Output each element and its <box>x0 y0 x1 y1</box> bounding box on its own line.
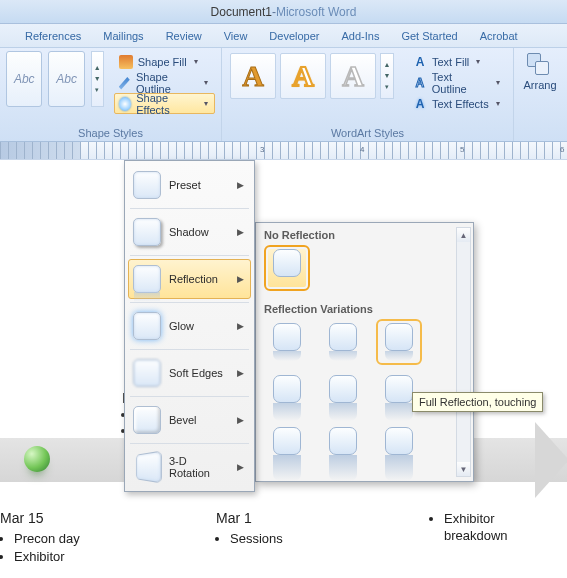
chevron-down-icon: ▾ <box>496 99 500 108</box>
tab-getstarted[interactable]: Get Started <box>390 26 468 46</box>
fx-bevel[interactable]: Bevel ▶ <box>128 400 251 440</box>
chevron-right-icon: ▶ <box>237 368 244 378</box>
reflection-var-1-3[interactable] <box>380 323 418 361</box>
wordart-style-1[interactable]: A <box>230 53 276 99</box>
arrow-head-icon <box>535 422 567 498</box>
shape-fill-button[interactable]: Shape Fill▾ <box>114 51 215 72</box>
reflection-var-1-2[interactable] <box>324 323 362 361</box>
wordart-style-3[interactable]: A <box>330 53 376 99</box>
horizontal-ruler[interactable]: 3 4 5 6 <box>0 142 567 160</box>
reflection-var-2-1[interactable] <box>268 375 306 413</box>
title-bar: Document1 - Microsoft Word <box>0 0 567 24</box>
tab-developer[interactable]: Developer <box>258 26 330 46</box>
document-area[interactable]: Preset ▶ Shadow ▶ Reflection ▶ Glow ▶ So… <box>0 160 567 578</box>
tab-mailings[interactable]: Mailings <box>92 26 154 46</box>
chevron-right-icon: ▶ <box>237 180 244 190</box>
wordart-style-2[interactable]: A <box>280 53 326 99</box>
reflection-var-1-1[interactable] <box>268 323 306 361</box>
chevron-down-icon: ▾ <box>496 78 500 87</box>
reflection-icon <box>133 265 161 293</box>
shape-style-sample-2[interactable]: Abc <box>48 51 84 107</box>
menu-separator <box>130 443 249 444</box>
timeline-col-1: Mar 15 Precon day Exhibitor <box>0 510 80 565</box>
group-label-shape-styles: Shape Styles <box>6 126 215 141</box>
group-wordart-styles: A A A ▲▼▾ A Text Fill▾ A Text Outline▾ A… <box>222 48 514 141</box>
preset-icon <box>133 171 161 199</box>
menu-separator <box>130 255 249 256</box>
timeline-marker-1 <box>24 446 50 472</box>
group-shape-styles: Abc Abc ▲▼▾ Shape Fill▾ Shape Outline▾ S… <box>0 48 222 141</box>
document-name: Document1 <box>211 5 272 19</box>
tab-addins[interactable]: Add-Ins <box>331 26 391 46</box>
effects-icon <box>119 97 131 111</box>
fx-preset[interactable]: Preset ▶ <box>128 165 251 205</box>
shadow-icon <box>133 218 161 246</box>
chevron-right-icon: ▶ <box>237 274 244 284</box>
tab-references[interactable]: References <box>14 26 92 46</box>
menu-separator <box>130 349 249 350</box>
menu-separator <box>130 302 249 303</box>
wordart-gallery-more[interactable]: ▲▼▾ <box>380 53 394 99</box>
timeline-col-2: Mar 1 Sessions <box>216 510 283 548</box>
chevron-down-icon: ▾ <box>194 57 198 66</box>
reflection-var-3-1[interactable] <box>268 427 306 465</box>
fx-soft-edges[interactable]: Soft Edges ▶ <box>128 353 251 393</box>
menu-separator <box>130 396 249 397</box>
group-label-wordart: WordArt Styles <box>228 126 507 141</box>
scroll-up-icon[interactable]: ▲ <box>457 228 470 242</box>
reflection-gallery: No Reflection Reflection Variations ▲ ▼ <box>255 222 474 482</box>
chevron-right-icon: ▶ <box>237 321 244 331</box>
scroll-down-icon[interactable]: ▼ <box>457 462 470 476</box>
chevron-right-icon: ▶ <box>237 227 244 237</box>
bevel-icon <box>133 406 161 434</box>
shape-style-sample-1[interactable]: Abc <box>6 51 42 107</box>
group-arrange: Arrang <box>514 48 564 141</box>
reflection-var-2-2[interactable] <box>324 375 362 413</box>
gallery-scrollbar[interactable]: ▲ ▼ <box>456 227 471 477</box>
ribbon-tabs: References Mailings Review View Develope… <box>0 24 567 48</box>
tab-review[interactable]: Review <box>155 26 213 46</box>
chevron-down-icon: ▾ <box>476 57 480 66</box>
reflection-variations-header: Reflection Variations <box>256 297 473 319</box>
fx-3d-rotation[interactable]: 3-D Rotation ▶ <box>128 447 251 487</box>
shape-effects-menu: Preset ▶ Shadow ▶ Reflection ▶ Glow ▶ So… <box>124 160 255 492</box>
soft-edges-icon <box>133 359 161 387</box>
app-name: Microsoft Word <box>276 5 356 19</box>
text-fill-icon: A <box>413 55 427 69</box>
no-reflection-header: No Reflection <box>256 223 473 245</box>
tab-view[interactable]: View <box>213 26 259 46</box>
pencil-icon <box>119 76 131 90</box>
fx-reflection[interactable]: Reflection ▶ <box>128 259 251 299</box>
ribbon: Abc Abc ▲▼▾ Shape Fill▾ Shape Outline▾ S… <box>0 48 567 142</box>
tab-acrobat[interactable]: Acrobat <box>469 26 529 46</box>
chevron-right-icon: ▶ <box>237 415 244 425</box>
paint-bucket-icon <box>119 55 133 69</box>
rotation-3d-icon <box>136 451 162 484</box>
shape-effects-button[interactable]: Shape Effects▾ <box>114 93 215 114</box>
menu-separator <box>130 208 249 209</box>
text-effects-icon: A <box>413 97 427 111</box>
text-effects-button[interactable]: A Text Effects▾ <box>408 93 507 114</box>
reflection-var-3-2[interactable] <box>324 427 362 465</box>
chevron-down-icon: ▾ <box>204 78 208 87</box>
glow-icon <box>133 312 161 340</box>
reflection-none[interactable] <box>268 249 306 287</box>
timeline-col-3: Exhibitor breakdown <box>430 510 508 543</box>
chevron-down-icon: ▾ <box>204 99 208 108</box>
fx-shadow[interactable]: Shadow ▶ <box>128 212 251 252</box>
arrange-icon <box>527 53 553 79</box>
text-fill-button[interactable]: A Text Fill▾ <box>408 51 507 72</box>
text-outline-button[interactable]: A Text Outline▾ <box>408 72 507 93</box>
chevron-right-icon: ▶ <box>237 462 244 472</box>
reflection-var-3-3[interactable] <box>380 427 418 465</box>
shape-style-gallery-more[interactable]: ▲▼▾ <box>91 51 104 107</box>
tooltip: Full Reflection, touching <box>412 392 543 412</box>
shape-outline-button[interactable]: Shape Outline▾ <box>114 72 215 93</box>
text-outline-icon: A <box>413 76 427 90</box>
fx-glow[interactable]: Glow ▶ <box>128 306 251 346</box>
arrange-button[interactable]: Arrang <box>520 51 560 91</box>
